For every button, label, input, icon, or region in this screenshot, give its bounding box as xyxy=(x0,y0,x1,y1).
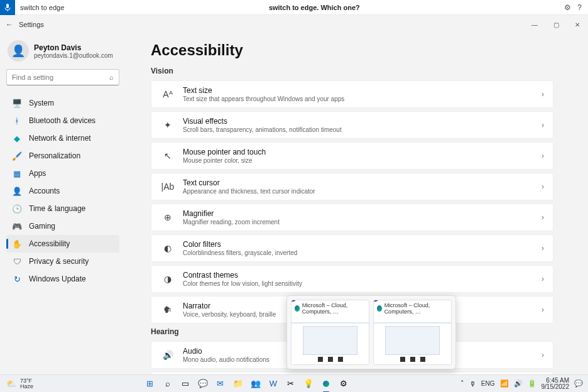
profile-email: peytondavis.1@outlook.com xyxy=(34,52,113,59)
nav-label: Privacy & security xyxy=(29,257,89,266)
chat-icon[interactable]: 💬 xyxy=(197,378,209,390)
thumb-title: Microsoft – Cloud, Computers, … xyxy=(384,302,448,315)
nav-label: Time & language xyxy=(29,204,85,213)
nav-icon: 🎮 xyxy=(11,220,23,232)
section-heading: Vision xyxy=(151,67,553,75)
sidebar-item-network-internet[interactable]: ◆Network & internet xyxy=(6,129,119,147)
minimize-button[interactable]: — xyxy=(524,15,545,34)
volume-icon[interactable]: 🔊 xyxy=(514,379,523,388)
nav-icon: ↻ xyxy=(11,273,23,285)
sidebar-item-gaming[interactable]: 🎮Gaming xyxy=(6,217,119,235)
close-button[interactable]: ✕ xyxy=(567,15,588,34)
nav-label: Bluetooth & devices xyxy=(29,116,95,125)
explorer-icon[interactable]: 📁 xyxy=(232,378,244,390)
nav-icon: ▦ xyxy=(11,168,23,179)
sidebar-item-time-language[interactable]: 🕒Time & language xyxy=(6,200,119,217)
wifi-icon[interactable]: 📶 xyxy=(500,379,509,388)
nav-icon: ◆ xyxy=(11,133,23,144)
sidebar-item-accounts[interactable]: 👤Accounts xyxy=(6,182,119,200)
chevron-right-icon: › xyxy=(542,275,544,283)
start-button[interactable]: ⊞ xyxy=(144,378,156,390)
nav-icon: 🕒 xyxy=(11,203,23,214)
setting-visual-effects[interactable]: ✦Visual effectsScroll bars, transparency… xyxy=(151,111,553,139)
nav-label: Apps xyxy=(29,169,46,178)
chevron-right-icon: › xyxy=(542,351,544,359)
page-heading: Accessibility xyxy=(151,41,553,59)
setting-title: Color filters xyxy=(183,240,542,249)
sidebar-item-personalization[interactable]: 🖌️Personalization xyxy=(6,147,119,165)
edge-window-thumb[interactable]: 1Microsoft – Cloud, Computers, … xyxy=(291,300,369,365)
edge-icon[interactable] xyxy=(320,378,332,390)
nav-icon: 🖥️ xyxy=(11,97,23,109)
tray-chevron-icon[interactable]: ˄ xyxy=(460,379,464,388)
setting-title: Visual effects xyxy=(183,117,542,126)
sidebar-item-system[interactable]: 🖥️System xyxy=(6,94,119,112)
taskbar-clock[interactable]: 6:45 AM 9/15/2022 xyxy=(542,378,570,390)
nav-label: Windows Update xyxy=(29,275,86,283)
setting-contrast-themes[interactable]: ◑Contrast themesColor themes for low vis… xyxy=(151,265,553,293)
nav-icon: ✋ xyxy=(11,238,23,249)
setting-sub: Magnifier reading, zoom increment xyxy=(183,219,542,226)
edge-window-thumb[interactable]: 2Microsoft – Cloud, Computers, … xyxy=(373,300,452,365)
sidebar-item-accessibility[interactable]: ✋Accessibility xyxy=(6,235,119,253)
taskbar-tray: ˄ 🎙 ENG 📶 🔊 🔋 6:45 AM 9/15/2022 💬 xyxy=(460,378,588,390)
setting-text-size[interactable]: AᴬText sizeText size that appears throug… xyxy=(151,80,553,108)
help-icon[interactable]: ? xyxy=(577,3,582,12)
setting-icon: ↖ xyxy=(160,151,175,161)
setting-magnifier[interactable]: ⊕MagnifierMagnifier reading, zoom increm… xyxy=(151,204,553,231)
mic-icon xyxy=(4,3,11,12)
chevron-right-icon: › xyxy=(542,151,544,160)
setting-sub: Colorblindness filters, grayscale, inver… xyxy=(183,249,542,256)
chevron-right-icon: › xyxy=(542,182,544,191)
thumb-title: Microsoft – Cloud, Computers, … xyxy=(302,302,366,315)
back-button[interactable]: ← xyxy=(0,20,19,29)
nav-label: Network & internet xyxy=(29,134,91,143)
weather-icon: ⛅ xyxy=(6,379,16,388)
find-setting-box[interactable]: ⌕ xyxy=(6,69,119,85)
clock-time: 6:45 AM xyxy=(542,378,570,384)
taskbar-weather[interactable]: ⛅ 73°F Haze xyxy=(0,378,33,389)
settings-icon[interactable]: ⚙ xyxy=(337,378,350,390)
battery-icon[interactable]: 🔋 xyxy=(528,379,536,388)
weather-desc: Haze xyxy=(20,384,33,389)
sidebar-item-windows-update[interactable]: ↻Windows Update xyxy=(6,270,119,288)
cortana-query[interactable]: switch to edge xyxy=(15,4,64,11)
chevron-right-icon: › xyxy=(542,121,544,129)
chevron-right-icon: › xyxy=(542,213,544,222)
find-setting-input[interactable] xyxy=(12,74,109,81)
thumb-preview xyxy=(291,317,369,364)
setting-title: Mouse pointer and touch xyxy=(183,148,542,156)
search-icon[interactable]: ⌕ xyxy=(109,74,114,81)
setting-icon: Aᴬ xyxy=(160,89,175,99)
setting-mouse-pointer-and-touch[interactable]: ↖Mouse pointer and touchMouse pointer co… xyxy=(151,142,553,170)
maximize-button[interactable]: ▢ xyxy=(545,15,567,34)
titlebar: ← Settings — ▢ ✕ xyxy=(0,15,588,34)
nav-icon: 🛡 xyxy=(11,256,23,267)
tips-icon[interactable]: 💡 xyxy=(302,378,315,390)
mic-button[interactable] xyxy=(0,0,15,15)
nav-icon: 👤 xyxy=(11,185,23,197)
setting-icon: ◐ xyxy=(160,243,175,253)
sidebar-item-apps[interactable]: ▦Apps xyxy=(6,165,119,182)
task-view-icon[interactable]: ▭ xyxy=(179,378,192,390)
notifications-icon[interactable]: 💬 xyxy=(574,379,583,388)
teams-icon[interactable]: 👥 xyxy=(249,378,262,390)
profile-block[interactable]: 👤 Peyton Davis peytondavis.1@outlook.com xyxy=(6,40,119,62)
settings-gear-icon[interactable]: ⚙ xyxy=(564,3,571,12)
sidebar-item-privacy-security[interactable]: 🛡Privacy & security xyxy=(6,253,119,270)
setting-icon: 🔊 xyxy=(160,350,175,360)
setting-icon: ◑ xyxy=(160,274,175,284)
setting-color-filters[interactable]: ◐Color filtersColorblindness filters, gr… xyxy=(151,234,553,262)
setting-text-cursor[interactable]: |AbText cursorAppearance and thickness, … xyxy=(151,173,553,200)
word-icon[interactable]: W xyxy=(267,378,280,390)
taskbar-search-icon[interactable]: ⌕ xyxy=(161,378,174,390)
tray-lang[interactable]: ENG xyxy=(481,380,495,387)
profile-name: Peyton Davis xyxy=(34,43,113,52)
snip-icon[interactable]: ✂ xyxy=(285,378,297,390)
outlook-icon[interactable]: ✉ xyxy=(214,378,227,390)
setting-sub: Text size that appears throughout Window… xyxy=(183,95,542,102)
nav-label: Accounts xyxy=(29,187,60,195)
setting-icon: 🗣 xyxy=(160,305,175,315)
tray-mic-icon[interactable]: 🎙 xyxy=(469,380,476,388)
sidebar-item-bluetooth-devices[interactable]: ᚼBluetooth & devices xyxy=(6,112,119,129)
